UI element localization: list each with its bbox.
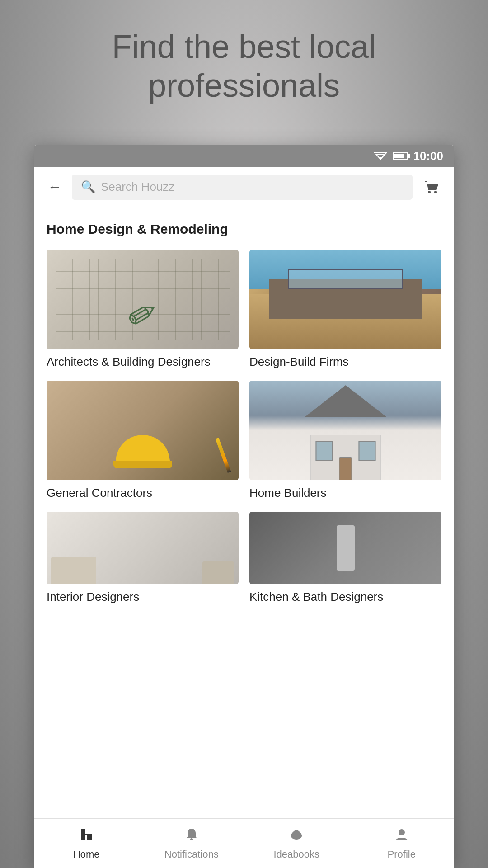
phone-frame: 10:00 ← 🔍 Search Houzz Home Design & Rem… [34, 145, 454, 868]
back-arrow-icon: ← [47, 179, 62, 195]
wifi-icon [374, 151, 387, 161]
nav-label-notifications: Notifications [164, 849, 219, 860]
battery-icon [393, 152, 408, 160]
category-label-interior: Interior Designers [47, 590, 239, 605]
category-item-home-builders[interactable]: Home Builders [249, 381, 441, 501]
nav-item-profile[interactable]: Profile [349, 819, 455, 868]
category-label-architects: Architects & Building Designers [47, 354, 239, 370]
svg-point-1 [434, 191, 437, 193]
category-image-architects [47, 250, 239, 349]
svg-point-0 [428, 191, 431, 193]
profile-icon [394, 827, 409, 846]
section-title: Home Design & Remodeling [47, 222, 441, 237]
category-image-design-build [249, 250, 441, 349]
category-image-interior [47, 512, 239, 584]
category-label-home-builders: Home Builders [249, 486, 441, 501]
category-label-kitchen-bath: Kitchen & Bath Designers [249, 590, 441, 605]
nav-item-notifications[interactable]: Notifications [139, 819, 244, 868]
bottom-nav: Home Notifications Ideabooks [34, 818, 454, 868]
hero-title: Find the best local professionals [0, 27, 488, 105]
hero-section: Find the best local professionals [0, 27, 488, 105]
nav-label-profile: Profile [388, 849, 416, 860]
category-label-design-build: Design-Build Firms [249, 354, 441, 370]
category-grid: Architects & Building Designers Design-B… [47, 250, 441, 604]
search-bar[interactable]: 🔍 Search Houzz [72, 175, 413, 200]
nav-item-home[interactable]: Home [34, 819, 139, 868]
nav-item-ideabooks[interactable]: Ideabooks [244, 819, 349, 868]
content-area: Home Design & Remodeling Architects & Bu… [34, 207, 454, 818]
category-image-kitchen-bath [249, 512, 441, 584]
category-item-architects[interactable]: Architects & Building Designers [47, 250, 239, 370]
ideabooks-icon [289, 827, 304, 846]
status-icons: 10:00 [374, 149, 444, 163]
svg-rect-4 [87, 834, 92, 840]
category-item-design-build[interactable]: Design-Build Firms [249, 250, 441, 370]
category-image-contractors [47, 381, 239, 480]
cart-icon [423, 179, 440, 196]
category-label-contractors: General Contractors [47, 486, 239, 501]
category-image-home-builders [249, 381, 441, 480]
category-item-contractors[interactable]: General Contractors [47, 381, 239, 501]
cart-button[interactable] [420, 175, 443, 199]
top-bar: ← 🔍 Search Houzz [34, 167, 454, 207]
svg-point-6 [399, 829, 405, 835]
home-icon [79, 827, 94, 846]
category-item-interior[interactable]: Interior Designers [47, 512, 239, 605]
status-bar: 10:00 [34, 145, 454, 167]
search-icon: 🔍 [81, 180, 95, 194]
nav-label-home: Home [73, 849, 100, 860]
back-button[interactable]: ← [45, 177, 65, 197]
category-item-kitchen-bath[interactable]: Kitchen & Bath Designers [249, 512, 441, 605]
notifications-icon [184, 827, 199, 846]
status-time: 10:00 [413, 149, 444, 163]
nav-label-ideabooks: Ideabooks [273, 849, 319, 860]
svg-rect-5 [190, 838, 193, 840]
search-input[interactable]: Search Houzz [101, 180, 174, 194]
